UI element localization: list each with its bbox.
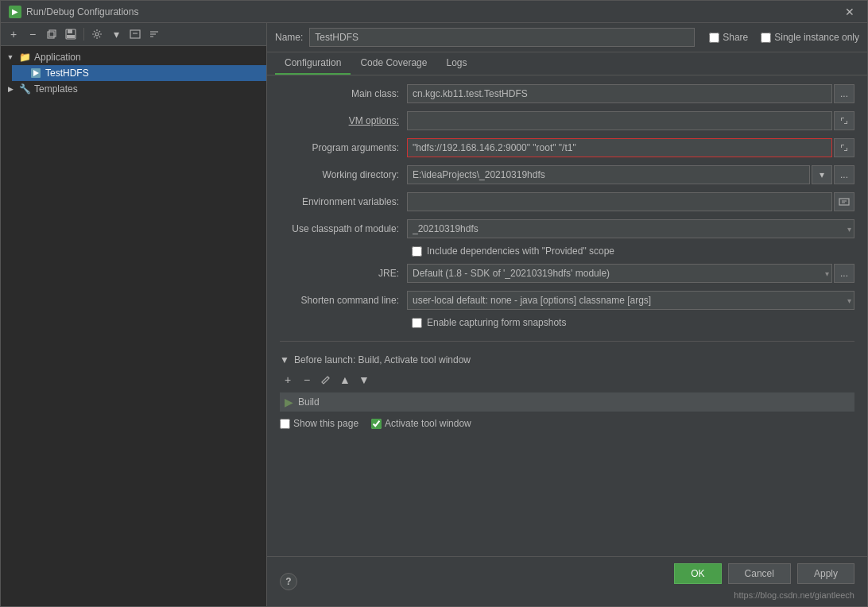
vm-options-row: VM options: [280,110,854,131]
move-up-button[interactable] [127,26,143,42]
svg-rect-1 [49,30,56,37]
testhdfs-label: TestHDFS [45,68,89,79]
vm-options-input[interactable] [407,111,832,130]
single-instance-checkbox[interactable] [761,33,771,43]
working-dir-dropdown-button[interactable]: ▾ [812,165,832,184]
save-config-button[interactable] [63,26,79,42]
before-launch-header[interactable]: ▼ Before launch: Build, Activate tool wi… [280,351,854,369]
before-launch-section: ▼ Before launch: Build, Activate tool wi… [280,348,854,437]
config-panel: Main class: ... VM options: [267,75,867,556]
build-item[interactable]: ▶ Build [280,392,854,412]
tab-logs[interactable]: Logs [436,52,476,75]
activate-tool-text: Activate tool window [385,418,471,429]
dropdown-button[interactable]: ▾ [108,26,124,42]
main-class-row: Main class: ... [280,83,854,104]
footer-buttons: OK Cancel Apply [674,563,854,584]
snapshot-label: Enable capturing form snapshots [427,317,566,328]
working-directory-input[interactable] [407,165,810,184]
help-button[interactable]: ? [280,573,297,590]
show-page-label[interactable]: Show this page [280,418,358,429]
shorten-select[interactable]: user-local default: none - java [options… [407,291,854,310]
expand-icon-templates: ▶ [6,84,15,94]
dialog-title: Run/Debug Configurations [26,6,138,17]
footer-left: ? [280,573,297,590]
tree-item-testhdfs[interactable]: TestHDFS [12,65,266,81]
expand-triangle-icon: ▼ [280,354,289,365]
single-instance-label: Single instance only [774,32,859,43]
tree-item-templates[interactable]: ▶ 🔧 Templates [1,81,266,97]
templates-icon: 🔧 [18,83,31,95]
right-panel: Name: Share Single instance only Configu… [267,23,867,606]
expand-icon-application: ▼ [6,52,15,62]
provided-checkbox[interactable] [412,246,422,257]
snapshot-checkbox[interactable] [412,318,422,328]
svg-rect-0 [48,32,54,38]
activate-tool-checkbox[interactable] [371,419,382,429]
main-class-label: Main class: [280,88,407,99]
name-label: Name: [275,32,303,43]
svg-rect-4 [67,35,75,38]
footer: ? OK Cancel Apply https://blog.csdn.net/… [267,556,867,606]
classpath-label: Use classpath of module: [280,223,407,234]
tree-item-application[interactable]: ▼ 📁 Application [1,49,266,65]
remove-config-button[interactable]: − [25,26,41,42]
share-checkbox-label[interactable]: Share [709,32,748,43]
svg-point-5 [95,33,99,36]
share-area: Share Single instance only [709,32,859,43]
provided-checkbox-row: Include dependencies with "Provided" sco… [412,246,854,257]
bl-remove-button[interactable]: − [299,372,315,388]
bl-move-up-button[interactable]: ▲ [337,372,353,388]
svg-rect-13 [839,199,849,205]
share-label: Share [723,32,748,43]
program-arguments-input[interactable] [407,138,832,157]
env-variables-label: Environment variables: [280,196,407,207]
jre-browse-button[interactable]: ... [834,264,854,283]
program-arguments-expand-button[interactable] [834,138,854,157]
configuration-tree: ▼ 📁 Application TestHDFS [1,46,266,606]
program-arguments-label: Program arguments: [280,142,407,153]
name-input[interactable] [309,28,695,47]
bl-edit-button[interactable] [318,372,334,388]
copy-config-button[interactable] [44,26,60,42]
show-page-checkbox[interactable] [280,419,290,429]
env-variables-browse-button[interactable] [834,192,854,211]
classpath-select[interactable]: _20210319hdfs [407,219,854,238]
title-bar: ▶ Run/Debug Configurations ✕ [1,1,867,23]
apply-button[interactable]: Apply [797,563,854,584]
working-directory-label: Working directory: [280,169,407,180]
classpath-select-wrapper: _20210319hdfs ▾ [407,219,854,238]
main-class-input[interactable] [407,84,832,103]
bl-move-down-button[interactable]: ▼ [356,372,372,388]
sort-icon [149,29,160,40]
tab-code-coverage[interactable]: Code Coverage [351,52,436,75]
build-label: Build [298,396,320,408]
before-launch-toolbar: + − ▲ ▼ [280,369,854,391]
name-bar: Name: Share Single instance only [267,23,867,52]
vm-options-expand-button[interactable] [834,111,854,130]
jre-select[interactable]: Default (1.8 - SDK of '_20210319hdfs' mo… [407,264,832,283]
settings-icon [91,29,103,40]
program-arguments-row: Program arguments: [280,137,854,158]
working-dir-browse-button[interactable]: ... [834,165,854,184]
sort-button[interactable] [146,26,162,42]
env-variables-input[interactable] [407,192,832,211]
activate-tool-label[interactable]: Activate tool window [371,418,471,429]
application-folder-icon: 📁 [18,51,31,64]
footer-right: OK Cancel Apply https://blog.csdn.net/gi… [674,563,854,600]
jre-row: JRE: Default (1.8 - SDK of '_20210319hdf… [280,263,854,284]
cancel-button[interactable]: Cancel [728,563,791,584]
settings-button[interactable] [89,26,105,42]
toolbar-sep-1 [83,28,84,41]
tab-configuration[interactable]: Configuration [275,52,351,75]
ok-button[interactable]: OK [674,563,721,584]
edit-icon [321,375,331,385]
vm-options-label: VM options: [280,115,407,126]
classpath-row: Use classpath of module: _20210319hdfs ▾ [280,218,854,239]
single-instance-checkbox-label[interactable]: Single instance only [761,32,859,43]
main-class-browse-button[interactable]: ... [834,84,854,103]
build-run-icon: ▶ [285,396,293,408]
share-checkbox[interactable] [709,33,719,43]
close-button[interactable]: ✕ [840,4,859,20]
bl-add-button[interactable]: + [280,372,296,388]
add-config-button[interactable]: + [6,26,21,42]
